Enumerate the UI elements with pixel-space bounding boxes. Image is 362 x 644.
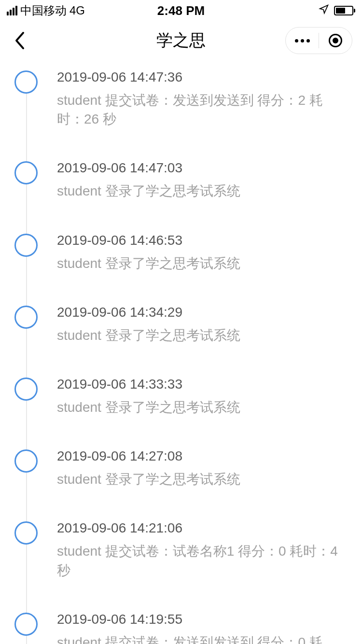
timeline-marker [14, 306, 38, 329]
timeline-description: student 登录了学之思考试系统 [57, 254, 348, 273]
status-time: 2:48 PM [157, 3, 205, 18]
timeline-content: 2019-09-06 14:27:08 student 登录了学之思考试系统 [57, 448, 348, 489]
timeline-description: student 提交试卷：发送到发送到 得分：0 耗时：21 秒 [57, 633, 348, 644]
timeline-timestamp: 2019-09-06 14:46:53 [57, 233, 348, 248]
timeline-timestamp: 2019-09-06 14:47:36 [57, 70, 348, 85]
timeline-marker [14, 161, 38, 184]
signal-icon [7, 6, 17, 15]
timeline-content: 2019-09-06 14:21:06 student 提交试卷：试卷名称1 得… [57, 520, 348, 579]
timeline-item[interactable]: 2019-09-06 14:47:36 student 提交试卷：发送到发送到 … [0, 70, 362, 160]
page-title: 学之思 [156, 29, 206, 52]
timeline-marker [14, 70, 38, 94]
close-button[interactable] [319, 27, 352, 54]
back-button[interactable] [10, 31, 29, 50]
timeline-content: 2019-09-06 14:47:03 student 登录了学之思考试系统 [57, 160, 348, 200]
timeline-timestamp: 2019-09-06 14:27:08 [57, 448, 348, 464]
chevron-left-icon [14, 31, 25, 50]
timeline-item[interactable]: 2019-09-06 14:34:29 student 登录了学之思考试系统 [0, 305, 362, 377]
nav-bar: 学之思 [0, 21, 362, 60]
timeline-marker [14, 378, 38, 401]
status-left: 中国移动 4G [7, 3, 85, 18]
timeline-content: 2019-09-06 14:33:33 student 登录了学之思考试系统 [57, 377, 348, 417]
carrier-label: 中国移动 [20, 3, 67, 18]
location-icon [319, 4, 329, 17]
menu-button[interactable] [286, 27, 319, 54]
timeline-item[interactable]: 2019-09-06 14:33:33 student 登录了学之思考试系统 [0, 377, 362, 448]
timeline-timestamp: 2019-09-06 14:47:03 [57, 160, 348, 176]
network-label: 4G [70, 4, 85, 17]
timeline-timestamp: 2019-09-06 14:33:33 [57, 377, 348, 392]
target-icon [329, 34, 342, 47]
timeline[interactable]: 2019-09-06 14:47:36 student 提交试卷：发送到发送到 … [0, 60, 362, 644]
timeline-timestamp: 2019-09-06 14:34:29 [57, 305, 348, 320]
timeline-timestamp: 2019-09-06 14:21:06 [57, 520, 348, 536]
timeline-timestamp: 2019-09-06 14:19:55 [57, 612, 348, 627]
timeline-item[interactable]: 2019-09-06 14:47:03 student 登录了学之思考试系统 [0, 160, 362, 232]
timeline-content: 2019-09-06 14:19:55 student 提交试卷：发送到发送到 … [57, 612, 348, 644]
timeline-content: 2019-09-06 14:46:53 student 登录了学之思考试系统 [57, 233, 348, 273]
timeline-content: 2019-09-06 14:34:29 student 登录了学之思考试系统 [57, 305, 348, 345]
timeline-item[interactable]: 2019-09-06 14:21:06 student 提交试卷：试卷名称1 得… [0, 520, 362, 611]
timeline-description: student 登录了学之思考试系统 [57, 470, 348, 489]
timeline-content: 2019-09-06 14:47:36 student 提交试卷：发送到发送到 … [57, 70, 348, 128]
status-bar: 中国移动 4G 2:48 PM [0, 0, 362, 21]
mini-program-capsule [285, 27, 352, 54]
timeline-marker [14, 449, 38, 473]
timeline-description: student 提交试卷：试卷名称1 得分：0 耗时：4 秒 [57, 542, 348, 579]
timeline-marker [14, 613, 38, 636]
timeline-description: student 登录了学之思考试系统 [57, 398, 348, 417]
more-icon [295, 39, 310, 42]
timeline-marker [14, 234, 38, 257]
status-right [319, 4, 355, 17]
battery-icon [334, 6, 355, 15]
timeline-item[interactable]: 2019-09-06 14:19:55 student 提交试卷：发送到发送到 … [0, 612, 362, 644]
timeline-item[interactable]: 2019-09-06 14:27:08 student 登录了学之思考试系统 [0, 448, 362, 520]
timeline-marker [14, 521, 38, 545]
timeline-description: student 登录了学之思考试系统 [57, 326, 348, 345]
timeline-description: student 登录了学之思考试系统 [57, 182, 348, 200]
timeline-description: student 提交试卷：发送到发送到 得分：2 耗时：26 秒 [57, 91, 348, 128]
timeline-item[interactable]: 2019-09-06 14:46:53 student 登录了学之思考试系统 [0, 233, 362, 305]
